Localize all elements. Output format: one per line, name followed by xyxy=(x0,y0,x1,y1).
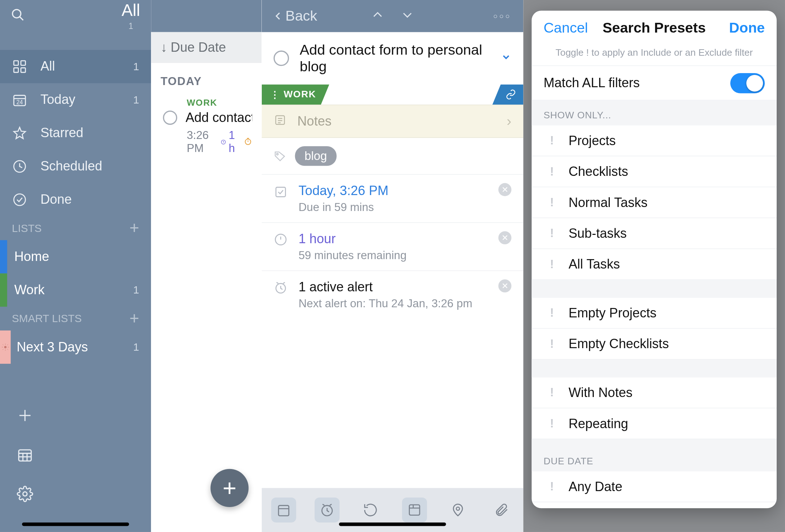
toolbar-alarm-icon[interactable] xyxy=(315,498,340,523)
due-date-row[interactable]: Today, 3:26 PM Due in 59 mins ✕ xyxy=(262,174,524,222)
notes-icon xyxy=(274,114,287,129)
alert-row[interactable]: 1 active alert Next alert on: Thu 24 Jan… xyxy=(262,270,524,318)
preset-row[interactable]: !Normal Tasks xyxy=(532,187,777,218)
add-list-icon[interactable]: + xyxy=(129,219,139,238)
preset-row[interactable]: !Any Date xyxy=(532,471,777,502)
clear-duration-icon[interactable]: ✕ xyxy=(498,231,511,244)
section-header: TODAY xyxy=(151,63,261,94)
clear-due-icon[interactable]: ✕ xyxy=(498,183,511,196)
smart-list-next3days[interactable]: Next 3 Days 1 xyxy=(0,330,151,364)
link-flag[interactable] xyxy=(492,84,523,105)
sidebar-item-label: All xyxy=(41,59,55,75)
preset-label: With Notes xyxy=(568,385,633,400)
more-icon[interactable]: ○○○ xyxy=(493,12,512,20)
preset-row[interactable]: !Empty Checklists xyxy=(532,329,777,359)
modal-hint: Toggle ! to apply an Include or an Exclu… xyxy=(532,45,777,66)
toggle-bang-icon[interactable]: ! xyxy=(543,337,560,351)
tags-row[interactable]: blog xyxy=(262,138,524,174)
sort-bar[interactable]: ↓ Due Date xyxy=(151,32,261,63)
due-main: Today, 3:26 PM xyxy=(298,183,388,199)
preset-row[interactable]: !Checklists xyxy=(532,156,777,187)
preset-label: Normal Tasks xyxy=(568,195,647,210)
toggle-bang-icon[interactable]: ! xyxy=(543,227,560,240)
svg-point-12 xyxy=(4,346,7,348)
match-all-row[interactable]: Match ALL filters xyxy=(532,66,777,100)
task-row[interactable]: WORK Add contact form 3:26 PM 1 h xyxy=(151,94,261,159)
sidebar-item-starred[interactable]: Starred xyxy=(0,117,151,150)
svg-rect-30 xyxy=(276,187,285,197)
preset-row[interactable]: !With Notes xyxy=(532,377,777,408)
done-button[interactable]: Done xyxy=(729,20,765,36)
svg-line-39 xyxy=(323,504,324,506)
back-button[interactable]: Back xyxy=(274,8,317,24)
notes-placeholder: Notes xyxy=(297,114,496,129)
toggle-bang-icon[interactable]: ! xyxy=(543,480,560,493)
prev-task-icon[interactable] xyxy=(371,8,384,24)
detail-task-checkbox[interactable] xyxy=(274,51,289,66)
list-color-stripe xyxy=(0,240,7,274)
match-all-label: Match ALL filters xyxy=(543,75,640,91)
lists-header: LISTS + xyxy=(0,216,151,240)
list-flag[interactable]: ⋮WORK xyxy=(262,84,329,105)
toggle-bang-icon[interactable]: ! xyxy=(543,195,560,209)
cancel-button[interactable]: Cancel xyxy=(543,20,588,36)
toolbar-attach-icon[interactable] xyxy=(489,498,514,523)
sidebar-item-label: Done xyxy=(41,192,72,207)
toolbar-subtasks-icon[interactable] xyxy=(402,498,427,523)
modal-header: Cancel Search Presets Done xyxy=(532,11,777,45)
preset-label: Empty Checklists xyxy=(568,336,669,352)
header-title[interactable]: All xyxy=(0,1,151,20)
list-work[interactable]: Work 1 xyxy=(0,274,151,307)
sidebar-item-today[interactable]: 24 Today 1 xyxy=(0,83,151,117)
toggle-bang-icon[interactable]: ! xyxy=(543,165,560,178)
list-flag-row: ⋮WORK xyxy=(262,84,524,105)
sidebar-item-scheduled[interactable]: Scheduled xyxy=(0,150,151,183)
sidebar-item-label: Starred xyxy=(41,126,84,141)
match-all-toggle[interactable] xyxy=(730,73,765,93)
clear-alert-icon[interactable]: ✕ xyxy=(498,279,511,292)
toggle-bang-icon[interactable]: ! xyxy=(543,386,560,400)
preset-row[interactable]: !Projects xyxy=(532,126,777,156)
task-list-pane: ↓ Due Date TODAY WORK Add contact form 3… xyxy=(151,0,261,532)
toggle-bang-icon[interactable]: ! xyxy=(543,134,560,148)
sidebar-item-done[interactable]: Done xyxy=(0,183,151,216)
toggle-bang-icon[interactable]: ! xyxy=(543,417,560,430)
presets-pane: Cancel Search Presets Done Toggle ! to a… xyxy=(523,0,785,532)
expand-icon[interactable] xyxy=(501,52,512,65)
sort-label: Due Date xyxy=(171,40,226,55)
list-label: Work xyxy=(14,282,45,298)
notes-row[interactable]: Notes › xyxy=(262,105,524,138)
toolbar-repeat-icon[interactable] xyxy=(358,498,383,523)
sidebar-item-all[interactable]: All 1 xyxy=(0,50,151,83)
svg-rect-4 xyxy=(14,68,18,72)
preset-label: Checklists xyxy=(568,164,628,179)
list-home[interactable]: Home xyxy=(0,240,151,274)
preset-row[interactable]: !Sub-tasks xyxy=(532,218,777,249)
calendar-button[interactable] xyxy=(12,442,38,468)
toolbar-location-icon[interactable] xyxy=(445,498,470,523)
preset-row[interactable]: !Repeating xyxy=(532,408,777,439)
calendar-check-icon xyxy=(274,184,288,198)
tag-pill[interactable]: blog xyxy=(295,146,337,166)
svg-point-22 xyxy=(245,139,251,144)
toggle-bang-icon[interactable]: ! xyxy=(543,257,560,271)
detail-header: Back ○○○ xyxy=(262,0,524,32)
add-button[interactable] xyxy=(12,402,38,428)
task-checkbox[interactable] xyxy=(163,110,177,124)
next-task-icon[interactable] xyxy=(401,8,414,24)
list-label: Home xyxy=(14,249,49,265)
preset-label: Any Date xyxy=(568,479,622,494)
duration-row[interactable]: 1 hour 59 minutes remaining ✕ xyxy=(262,222,524,270)
alert-icon xyxy=(244,135,252,148)
settings-button[interactable] xyxy=(12,481,38,507)
add-smart-list-icon[interactable]: + xyxy=(129,309,139,328)
add-task-fab[interactable]: + xyxy=(210,469,248,507)
preset-row[interactable]: !All Tasks xyxy=(532,249,777,280)
toggle-bang-icon[interactable]: ! xyxy=(543,306,560,320)
svg-rect-15 xyxy=(19,450,31,461)
preset-row[interactable]: !Empty Projects xyxy=(532,298,777,329)
detail-task-title[interactable]: Add contact form to personal blog xyxy=(300,42,490,75)
detail-title-row: Add contact form to personal blog xyxy=(262,32,524,85)
smart-list-count: 1 xyxy=(133,341,139,353)
toolbar-calendar-icon[interactable] xyxy=(271,498,296,523)
